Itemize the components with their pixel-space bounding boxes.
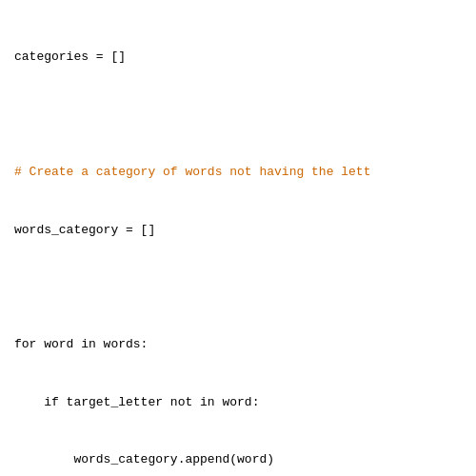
code-line-3: for word in words: <box>14 335 462 354</box>
code-editor: categories = [] # Create a category of w… <box>14 10 462 476</box>
code-line-blank-1 <box>14 106 462 125</box>
code-line-2: words_category = [] <box>14 221 462 240</box>
code-line-5: words_category.append(word) <box>14 450 462 469</box>
code-line-blank-2 <box>14 278 462 297</box>
code-line-4: if target_letter not in word: <box>14 393 462 412</box>
code-line-comment-1: # Create a category of words not having … <box>14 163 462 182</box>
code-line-1: categories = [] <box>14 48 462 67</box>
